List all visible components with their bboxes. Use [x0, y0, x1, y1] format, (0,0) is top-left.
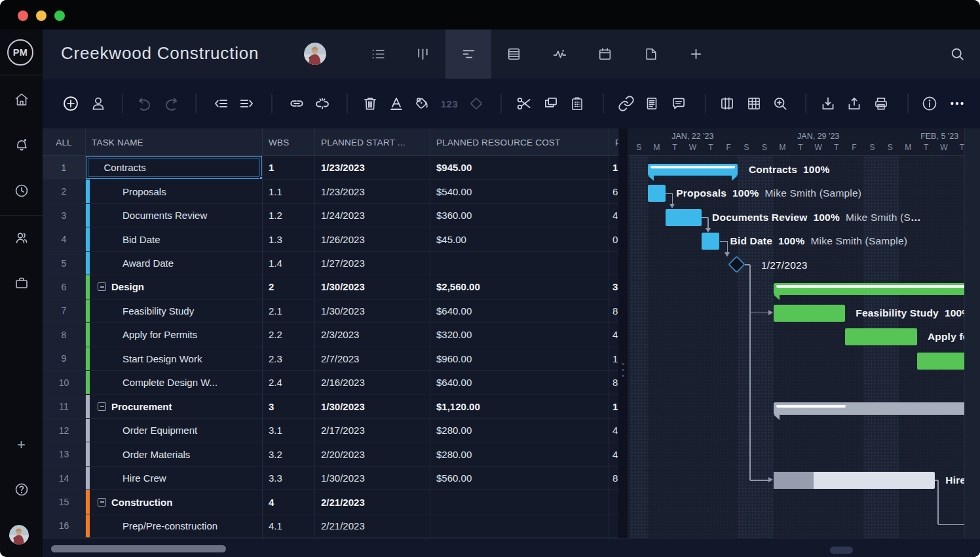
p-cell[interactable] [609, 252, 618, 275]
help-icon[interactable] [14, 482, 29, 497]
pane-splitter[interactable] [618, 128, 628, 557]
minimize-window-button[interactable] [36, 10, 47, 21]
start-cell[interactable]: 1/27/2023 [315, 252, 430, 275]
start-cell[interactable]: 2/7/2023 [315, 347, 430, 370]
wbs-cell[interactable]: 4.1 [263, 514, 315, 537]
collapse-toggle-icon[interactable] [98, 282, 106, 291]
wbs-cell[interactable]: 1.3 [263, 227, 315, 250]
undo-icon[interactable] [136, 95, 153, 112]
attach-link-icon[interactable] [618, 95, 635, 112]
cut-scissors-icon[interactable] [516, 95, 533, 112]
task-name-cell[interactable]: Design [86, 275, 263, 298]
start-cell[interactable]: 1/23/2023 [315, 156, 430, 179]
column-header-cost[interactable]: PLANNED RESOURCE COST [430, 128, 609, 156]
notifications-bell-icon[interactable] [14, 136, 29, 152]
fill-color-icon[interactable] [414, 95, 431, 112]
task-bar[interactable] [917, 353, 964, 370]
link-tasks-icon[interactable] [288, 95, 305, 112]
wbs-cell[interactable]: 2.4 [263, 371, 315, 394]
cost-cell[interactable] [430, 252, 609, 275]
row-number-cell[interactable]: 15 [43, 490, 86, 513]
row-number-cell[interactable]: 6 [43, 275, 86, 298]
task-name-cell[interactable]: Construction [86, 490, 263, 513]
zoom-window-button[interactable] [54, 10, 65, 21]
cost-cell[interactable]: $540.00 [430, 180, 609, 202]
wbs-cell[interactable]: 3.3 [263, 467, 315, 490]
tab-gantt[interactable] [445, 29, 491, 79]
collapse-toggle-icon[interactable] [98, 402, 106, 411]
task-name-cell[interactable]: Procurement [86, 395, 263, 418]
start-cell[interactable]: 2/21/2023 [315, 514, 430, 537]
start-cell[interactable]: 1/26/2023 [315, 227, 430, 250]
column-header-num[interactable]: ALL [43, 128, 86, 156]
task-bar[interactable] [845, 328, 917, 345]
home-icon[interactable] [14, 92, 29, 107]
summary-bar[interactable] [648, 164, 738, 176]
task-name-cell[interactable]: Feasibility Study [86, 299, 263, 322]
p-cell[interactable]: 1 [609, 156, 618, 179]
summary-bar[interactable] [774, 283, 964, 296]
pm-logo[interactable]: PM [7, 39, 33, 66]
row-number-cell[interactable]: 14 [43, 467, 86, 490]
milestone-diamond-icon[interactable] [468, 95, 485, 112]
tab-docs[interactable] [628, 29, 673, 79]
tab-activity[interactable] [537, 29, 582, 79]
row-number-cell[interactable]: 1 [43, 156, 86, 179]
comment-icon[interactable] [670, 95, 687, 112]
task-name-cell[interactable]: Start Design Work [86, 347, 263, 370]
column-header-wbs[interactable]: WBS [263, 128, 315, 156]
notes-doc-icon[interactable] [643, 95, 660, 112]
font-color-icon[interactable] [388, 95, 405, 112]
start-cell[interactable]: 2/21/2023 [315, 490, 430, 513]
cost-cell[interactable] [430, 490, 609, 513]
indent-icon[interactable] [238, 95, 255, 112]
wbs-cell[interactable]: 1 [263, 156, 315, 179]
task-name-cell[interactable]: Apply for Permits [86, 323, 263, 346]
p-cell[interactable]: 8 [609, 371, 618, 394]
row-number-cell[interactable]: 16 [43, 514, 86, 537]
paste-clipboard-icon[interactable] [569, 95, 586, 112]
p-cell[interactable]: 4 [609, 323, 618, 346]
p-cell[interactable] [609, 514, 618, 537]
p-cell[interactable]: 6 [609, 180, 618, 202]
numbers-123-button[interactable]: 123 [441, 98, 459, 109]
redo-icon[interactable] [162, 95, 179, 112]
add-task-icon[interactable] [62, 95, 79, 112]
p-cell[interactable]: 8 [609, 467, 618, 490]
wbs-cell[interactable]: 2.2 [263, 323, 315, 346]
wbs-cell[interactable]: 1.4 [263, 252, 315, 275]
start-cell[interactable]: 1/30/2023 [315, 275, 430, 298]
search-icon[interactable] [949, 46, 966, 62]
p-cell[interactable]: 1 [609, 395, 618, 418]
tab-board[interactable] [400, 29, 445, 79]
task-name-cell[interactable]: Proposals [86, 180, 263, 202]
p-cell[interactable]: 8 [609, 299, 618, 322]
wbs-cell[interactable]: 1.2 [263, 204, 315, 227]
project-owner-avatar[interactable] [304, 43, 326, 65]
column-header-name[interactable]: TASK NAME [86, 128, 263, 156]
column-header-start[interactable]: PLANNED START ... [315, 128, 430, 156]
cost-cell[interactable]: $960.00 [430, 347, 609, 370]
info-icon[interactable] [921, 95, 938, 112]
start-cell[interactable]: 1/30/2023 [315, 467, 430, 490]
row-number-cell[interactable]: 13 [43, 442, 86, 465]
start-cell[interactable]: 1/30/2023 [315, 299, 430, 322]
task-name-cell[interactable]: Order Equipment [86, 419, 263, 442]
tab-calendar[interactable] [582, 29, 628, 79]
close-window-button[interactable] [18, 10, 28, 21]
wbs-cell[interactable]: 3.1 [263, 419, 315, 442]
p-cell[interactable]: 0 [609, 227, 618, 250]
task-name-cell[interactable]: Order Materials [86, 442, 263, 465]
summary-bar[interactable] [774, 402, 964, 415]
column-header-p[interactable]: P [609, 128, 618, 156]
task-bar[interactable] [774, 472, 935, 489]
row-number-cell[interactable]: 12 [43, 419, 86, 442]
unlink-tasks-icon[interactable] [314, 95, 331, 112]
wbs-cell[interactable]: 2 [263, 275, 315, 298]
task-bar[interactable] [648, 185, 666, 202]
start-cell[interactable]: 2/16/2023 [315, 371, 430, 394]
task-bar[interactable] [774, 305, 846, 322]
tab-add-view[interactable] [673, 29, 719, 79]
wbs-cell[interactable]: 3 [263, 395, 315, 418]
cost-cell[interactable]: $560.00 [430, 467, 609, 490]
